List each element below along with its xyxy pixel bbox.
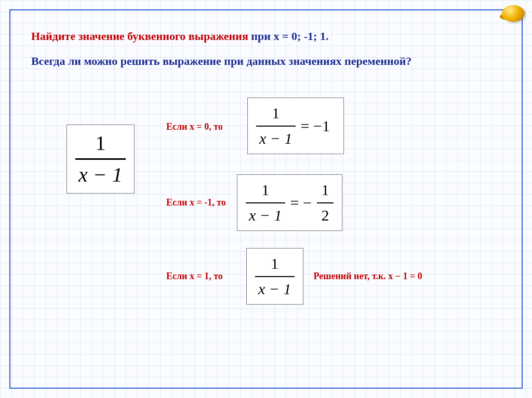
- case-result-1: 1 x − 1 = − 1 2: [237, 174, 342, 231]
- heading-part1: Найдите значение буквенного выражения: [31, 30, 251, 43]
- case-row-1: Если х = -1, то: [166, 197, 226, 208]
- heading-part2: Всегда ли можно решить выражение при дан…: [31, 54, 411, 67]
- case-result-2: 1 x − 1 Решений нет, т.к. х − 1 = 0: [246, 248, 422, 305]
- coin-icon: [502, 5, 525, 22]
- task-question: Всегда ли можно решить выражение при дан…: [31, 49, 501, 74]
- case-box-1: 1 x − 1 = − 1 2: [237, 174, 342, 231]
- case-result-0: 1 x − 1 = −1: [247, 98, 344, 154]
- case-eq-0: = −1: [296, 117, 335, 135]
- slide-frame: Найдите значение буквенного выражения пр…: [9, 9, 523, 389]
- case-row-0: Если х = 0, то: [166, 121, 223, 132]
- case-label-2: Если х = 1, то: [166, 271, 223, 282]
- task-heading: Найдите значение буквенного выражения пр…: [31, 24, 501, 49]
- content-area: 1 x − 1 Если х = 0, то 1 x − 1 = −1 Если…: [31, 109, 501, 377]
- case-note-2: Решений нет, т.к. х − 1 = 0: [314, 271, 422, 282]
- case-box-2: 1 x − 1: [246, 248, 303, 305]
- main-denominator: x − 1: [75, 162, 126, 188]
- case-label-0: Если х = 0, то: [166, 121, 223, 132]
- main-fraction: 1 x − 1: [75, 130, 126, 188]
- case-box-0: 1 x − 1 = −1: [247, 98, 344, 154]
- main-numerator: 1: [92, 130, 109, 156]
- main-expression-box: 1 x − 1: [66, 125, 135, 194]
- fraction-bar: [75, 158, 126, 160]
- heading-part1b: при х = 0; -1; 1.: [251, 30, 328, 43]
- case-label-1: Если х = -1, то: [166, 197, 226, 208]
- case-eq-1: = −: [285, 194, 317, 212]
- case-row-2: Если х = 1, то: [166, 271, 223, 282]
